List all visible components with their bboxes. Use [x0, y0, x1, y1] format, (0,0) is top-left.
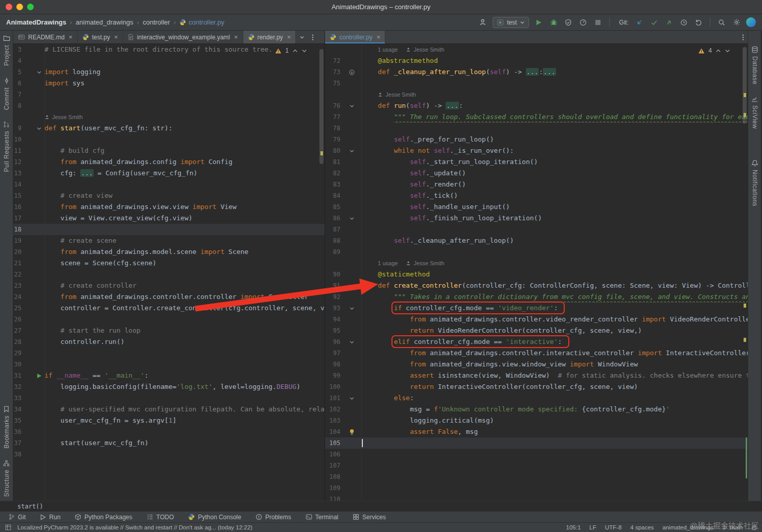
line-number[interactable]: 23: [13, 280, 34, 291]
right-editor[interactable]: 1 usageJesse Smith72 @abstractmethod73 d…: [325, 44, 748, 501]
error-stripe-mark[interactable]: [320, 151, 323, 155]
code-text[interactable]: self._update(): [362, 168, 748, 179]
code-text[interactable]: [44, 134, 325, 145]
code-line[interactable]: 88 self._cleanup_after_run_loop(): [325, 235, 748, 246]
line-number[interactable]: 6: [13, 78, 34, 89]
line-number[interactable]: 22: [13, 269, 34, 280]
code-line[interactable]: 9def start(user_mvc_cfg_fn: str):: [13, 123, 325, 134]
line-number[interactable]: 80: [325, 145, 341, 156]
code-line[interactable]: 99 assert isinstance(view, WindowView) #…: [325, 370, 748, 381]
status-message[interactable]: Localized PyCharm 2023.2 is available //…: [17, 524, 252, 530]
editor-tab-test-py[interactable]: test.py×: [78, 31, 123, 43]
line-number[interactable]: 73: [325, 66, 341, 78]
line-number[interactable]: 17: [13, 213, 34, 224]
code-line[interactable]: 84 self._tick(): [325, 190, 748, 201]
line-number[interactable]: 4: [13, 55, 34, 66]
code-text[interactable]: 1 usageJesse Smith: [362, 44, 748, 55]
code-text[interactable]: self._finish_run_loop_iteration(): [362, 213, 748, 224]
status-item-105-1[interactable]: 105:1: [566, 524, 581, 530]
editor-tab-readme-md[interactable]: README.md×: [13, 31, 78, 43]
usages-hint[interactable]: 1 usage: [378, 258, 398, 269]
inspections-widget[interactable]: 4: [696, 47, 732, 55]
code-line[interactable]: 82 self._update(): [325, 168, 748, 179]
error-stripe-mark[interactable]: [744, 113, 746, 117]
code-text[interactable]: user_mvc_cfg_fn = sys.argv[1]: [44, 415, 325, 426]
code-line[interactable]: 91 def create_controller(controller_cfg:…: [325, 280, 748, 291]
code-text[interactable]: from animated_drawings.view.window_view …: [362, 359, 748, 370]
code-line[interactable]: 11 # build cfg: [13, 145, 325, 156]
code-line[interactable]: 92 """ Takes in a controller dictionary …: [325, 291, 748, 303]
line-number[interactable]: 11: [13, 145, 34, 156]
line-number[interactable]: 103: [325, 415, 341, 426]
tool-stripe-commit[interactable]: Commit: [3, 77, 10, 110]
line-number[interactable]: 77: [325, 111, 341, 123]
code-text[interactable]: while not self._is_run_over():: [362, 145, 748, 156]
code-text[interactable]: [362, 494, 748, 501]
bulb-gutter-icon[interactable]: [341, 426, 362, 437]
line-number[interactable]: 109: [325, 482, 341, 494]
code-text[interactable]: [44, 449, 325, 460]
code-text[interactable]: self._tick(): [362, 190, 748, 201]
line-number[interactable]: 95: [325, 325, 341, 336]
code-line[interactable]: 85 self._handle_user_input(): [325, 201, 748, 213]
code-text[interactable]: [44, 392, 325, 404]
code-line[interactable]: 7: [13, 89, 325, 100]
code-line[interactable]: 33: [13, 392, 325, 404]
code-text[interactable]: [362, 437, 748, 449]
line-number[interactable]: 107: [325, 460, 341, 471]
push-icon[interactable]: [664, 17, 674, 28]
fold-gutter-icon[interactable]: [341, 336, 362, 348]
line-number[interactable]: 100: [325, 381, 341, 392]
code-line[interactable]: 32 logging.basicConfig(filename='log.txt…: [13, 381, 325, 392]
line-number[interactable]: 84: [325, 190, 341, 201]
code-text[interactable]: cfg: ... = Config(user_mvc_cfg_fn): [44, 168, 325, 179]
error-stripe-mark[interactable]: [744, 338, 746, 342]
close-icon[interactable]: ×: [68, 34, 73, 40]
code-line[interactable]: 79 self._prep_for_run_loop(): [325, 134, 748, 145]
code-text[interactable]: [44, 348, 325, 359]
author-hint[interactable]: Jesse Smith: [378, 89, 416, 100]
code-text[interactable]: assert False, msg: [362, 426, 748, 437]
fold-gutter-icon[interactable]: [341, 100, 362, 111]
run-configuration-selector[interactable]: test: [493, 17, 529, 28]
fold-gutter-icon[interactable]: [341, 145, 362, 156]
editor-tab-controller-py[interactable]: controller.py×: [325, 31, 385, 43]
code-line[interactable]: 81 self._start_run_loop_iteration(): [325, 156, 748, 168]
line-number[interactable]: 110: [325, 494, 341, 501]
line-number[interactable]: 108: [325, 471, 341, 482]
line-number[interactable]: 18: [13, 224, 34, 235]
code-text[interactable]: msg = f'Unknown controller mode specifie…: [362, 404, 748, 415]
line-number[interactable]: 85: [325, 201, 341, 213]
code-line[interactable]: 16 from animated_drawings.view.view impo…: [13, 201, 325, 213]
line-number[interactable]: 25: [13, 303, 34, 314]
code-line[interactable]: 100 return InteractiveController(control…: [325, 381, 748, 392]
tool-window-button-todo[interactable]: TODO: [147, 514, 174, 521]
layout-grid-icon[interactable]: [5, 524, 11, 530]
code-text[interactable]: logging.critical(msg): [362, 415, 748, 426]
history-icon[interactable]: [679, 17, 689, 28]
line-number[interactable]: 27: [13, 325, 34, 336]
line-number[interactable]: 35: [13, 415, 34, 426]
override-gutter-icon[interactable]: [341, 66, 362, 78]
code-line[interactable]: 80 while not self._is_run_over():: [325, 145, 748, 156]
line-number[interactable]: 104: [325, 426, 341, 437]
code-vision-row[interactable]: Jesse Smith: [325, 89, 748, 100]
code-line[interactable]: 103 logging.critical(msg): [325, 415, 748, 426]
line-number[interactable]: 15: [13, 190, 34, 201]
line-number[interactable]: 75: [325, 78, 341, 89]
line-number[interactable]: 94: [325, 314, 341, 325]
code-line[interactable]: 10: [13, 134, 325, 145]
breadcrumb-item-animated-drawings[interactable]: animated_drawings: [76, 18, 133, 26]
code-line[interactable]: 108: [325, 471, 748, 482]
code-text[interactable]: # start the run loop: [44, 325, 325, 336]
code-line[interactable]: 75: [325, 78, 748, 89]
line-number[interactable]: 34: [13, 404, 34, 415]
fold-gutter-icon[interactable]: [341, 213, 362, 224]
code-line[interactable]: 106: [325, 449, 748, 460]
code-text[interactable]: def create_controller(controller_cfg: Co…: [362, 280, 748, 291]
settings-icon[interactable]: [731, 17, 742, 28]
profiler-icon[interactable]: [578, 17, 588, 28]
tool-window-button-python-console[interactable]: Python Console: [188, 514, 241, 521]
line-number[interactable]: 93: [325, 303, 341, 314]
code-text[interactable]: if controller_cfg.mode == 'video_render'…: [362, 303, 748, 314]
